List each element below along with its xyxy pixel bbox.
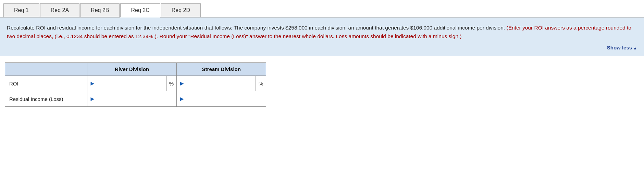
river-division-header: River Division xyxy=(87,63,177,76)
col-label-header xyxy=(5,63,87,76)
instruction-box: Recalculate ROI and residual income for … xyxy=(0,18,644,56)
residual-river-arrow-icon: ► xyxy=(89,95,96,103)
residual-stream-arrow-icon: ► xyxy=(179,95,185,103)
stream-division-header: Stream Division xyxy=(177,63,266,76)
table-header-row: River Division Stream Division xyxy=(5,63,266,76)
roi-river-percent: % xyxy=(166,76,176,91)
table-row-residual: Residual Income (Loss) ► ► xyxy=(5,91,266,107)
residual-label: Residual Income (Loss) xyxy=(5,91,87,107)
roi-river-input[interactable] xyxy=(96,78,164,89)
roi-stream-percent: % xyxy=(256,76,266,91)
triangle-icon: ▲ xyxy=(633,45,637,51)
roi-stream-input[interactable] xyxy=(186,78,253,89)
roi-stream-input-cell[interactable]: ► xyxy=(177,76,256,91)
residual-stream-input-cell[interactable]: ► xyxy=(177,91,266,107)
data-table: River Division Stream Division ROI ► xyxy=(5,62,266,107)
tab-req2d[interactable]: Req 2D xyxy=(161,3,201,17)
roi-stream-arrow-icon: ► xyxy=(179,80,185,87)
roi-river-input-cell[interactable]: ► xyxy=(87,76,166,91)
table-row-roi: ROI ► % ► % xyxy=(5,76,266,91)
tab-req2c[interactable]: Req 2C xyxy=(120,3,160,18)
show-less-link[interactable]: Show less▲ xyxy=(607,45,637,50)
table-area: River Division Stream Division ROI ► xyxy=(0,56,644,113)
roi-river-arrow-icon: ► xyxy=(89,80,96,87)
tab-req1[interactable]: Req 1 xyxy=(3,3,39,17)
roi-label: ROI xyxy=(5,76,87,91)
instruction-main-text: Recalculate ROI and residual income for … xyxy=(7,25,506,31)
tab-req2b[interactable]: Req 2B xyxy=(80,3,120,17)
residual-river-input-cell[interactable]: ► xyxy=(87,91,177,107)
tabs-container: Req 1 Req 2A Req 2B Req 2C Req 2D xyxy=(0,0,644,18)
residual-stream-input[interactable] xyxy=(186,94,264,104)
tab-req2a[interactable]: Req 2A xyxy=(40,3,79,17)
residual-river-input[interactable] xyxy=(96,94,174,104)
